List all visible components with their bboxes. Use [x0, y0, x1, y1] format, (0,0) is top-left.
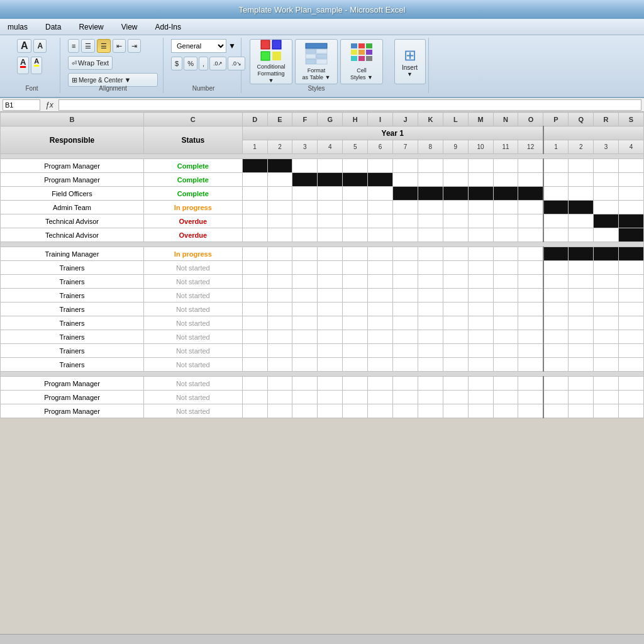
month-cell — [518, 247, 543, 261]
insert-dropdown-icon[interactable]: ▼ — [407, 71, 413, 77]
format-as-table-btn[interactable]: Formatas Table ▼ — [295, 39, 338, 84]
table-row[interactable]: Admin TeamIn progress — [1, 201, 644, 214]
font-color-btn[interactable]: A — [17, 57, 29, 74]
svg-rect-4 — [306, 43, 327, 48]
menu-review[interactable]: Review — [76, 21, 106, 33]
col-f-header[interactable]: F — [292, 113, 318, 126]
font-size-down-btn[interactable]: A — [33, 39, 47, 53]
table-row[interactable]: TrainersNot started — [1, 303, 644, 316]
month-cell — [267, 330, 292, 344]
month-cell — [493, 391, 518, 404]
month-cell — [468, 173, 493, 187]
col-g-header[interactable]: G — [318, 113, 343, 126]
table-row[interactable]: Program ManagerNot started — [1, 391, 644, 404]
col-o-header[interactable]: O — [518, 113, 543, 126]
table-row[interactable]: Program ManagerNot started — [1, 404, 644, 418]
wrap-text-btn[interactable]: ⏎ Wrap Text — [68, 56, 113, 70]
align-center-btn[interactable]: ☰ — [81, 39, 95, 53]
month-cell — [543, 344, 569, 358]
month-cell — [368, 344, 393, 358]
month-cell — [468, 289, 493, 303]
month-12-header: 12 — [518, 140, 543, 154]
percent-btn[interactable]: % — [184, 57, 197, 70]
scrollbar-area[interactable] — [0, 634, 644, 644]
highlight-btn[interactable]: A — [31, 57, 42, 74]
month-cell — [619, 228, 644, 242]
status-cell: Overdue — [143, 214, 242, 228]
col-j-header[interactable]: J — [393, 113, 418, 126]
number-format-dropdown[interactable]: ▼ — [228, 42, 236, 50]
status-cell: Not started — [143, 275, 242, 289]
table-row[interactable]: Training ManagerIn progress — [1, 247, 644, 261]
cell-styles-label: CellStyles ▼ — [350, 67, 373, 81]
table-row[interactable]: Technical AdvisorOverdue — [1, 214, 644, 228]
col-b-header[interactable]: B — [1, 113, 144, 126]
menu-data[interactable]: Data — [43, 21, 64, 33]
indent-decrease-btn[interactable]: ⇤ — [113, 39, 126, 53]
merge-center-label: Merge & Center — [79, 77, 123, 84]
col-l-header[interactable]: L — [443, 113, 468, 126]
col-d-header[interactable]: D — [242, 113, 267, 126]
merge-dropdown-icon[interactable]: ▼ — [125, 76, 131, 84]
currency-btn[interactable]: $ — [171, 57, 182, 70]
formula-input[interactable] — [58, 99, 641, 111]
table-row[interactable]: TrainersNot started — [1, 358, 644, 372]
comma-btn[interactable]: , — [199, 57, 208, 70]
cell-styles-btn[interactable]: CellStyles ▼ — [340, 39, 383, 84]
table-row[interactable]: TrainersNot started — [1, 330, 644, 344]
decimal-increase-btn[interactable]: .0↗ — [209, 57, 227, 70]
table-row[interactable]: TrainersNot started — [1, 344, 644, 358]
number-format-select[interactable]: General — [171, 39, 226, 53]
menu-formulas[interactable]: mulas — [5, 21, 30, 33]
month-cell — [393, 173, 418, 187]
month-cell — [393, 391, 418, 404]
col-i-header[interactable]: I — [368, 113, 393, 126]
col-q-header[interactable]: Q — [569, 113, 594, 126]
svg-rect-2 — [261, 52, 270, 60]
col-e-header[interactable]: E — [267, 113, 292, 126]
col-p-header[interactable]: P — [543, 113, 569, 126]
month-cell — [343, 173, 368, 187]
decimal-decrease-btn[interactable]: .0↘ — [228, 57, 245, 70]
status-cell: Not started — [143, 289, 242, 303]
month-cell — [368, 303, 393, 316]
status-cell: Not started — [143, 344, 242, 358]
indent-increase-btn[interactable]: ⇥ — [128, 39, 141, 53]
table-row[interactable]: TrainersNot started — [1, 289, 644, 303]
month-cell — [343, 377, 368, 391]
col-k-header[interactable]: K — [418, 113, 443, 126]
col-h-header[interactable]: H — [343, 113, 368, 126]
table-row[interactable]: Program ManagerNot started — [1, 377, 644, 391]
responsible-cell: Program Manager — [1, 377, 144, 391]
table-row[interactable]: TrainersNot started — [1, 316, 644, 330]
month-cell — [418, 391, 443, 404]
menu-addins[interactable]: Add-Ins — [153, 21, 184, 33]
table-row[interactable]: Field OfficersComplete — [1, 187, 644, 201]
table-row[interactable]: Technical AdvisorOverdue — [1, 228, 644, 242]
col-m-header[interactable]: M — [468, 113, 493, 126]
month-cell — [493, 159, 518, 173]
col-s-header[interactable]: S — [619, 113, 644, 126]
col-c-header[interactable]: C — [143, 113, 242, 126]
month-cell — [569, 247, 594, 261]
font-size-up-btn[interactable]: A — [17, 39, 32, 53]
status-cell: Not started — [143, 316, 242, 330]
align-left-btn[interactable]: ≡ — [68, 39, 79, 53]
month-cell — [619, 247, 644, 261]
table-row[interactable]: TrainersNot started — [1, 261, 644, 275]
conditional-formatting-btn[interactable]: ConditionalFormatting ▼ — [250, 39, 292, 84]
col-r-header[interactable]: R — [594, 113, 619, 126]
table-body: Program ManagerCompleteProgram ManagerCo… — [1, 154, 644, 418]
fx-button[interactable]: ƒx — [43, 101, 56, 109]
table-row[interactable]: Program ManagerComplete — [1, 159, 644, 173]
month-cell — [267, 261, 292, 275]
table-row[interactable]: TrainersNot started — [1, 275, 644, 289]
name-box[interactable] — [3, 99, 40, 111]
menu-view[interactable]: View — [119, 21, 140, 33]
month-6-header: 6 — [368, 140, 393, 154]
align-right-btn[interactable]: ☰ — [97, 39, 111, 53]
month-cell — [368, 358, 393, 372]
table-row[interactable]: Program ManagerComplete — [1, 173, 644, 187]
col-n-header[interactable]: N — [493, 113, 518, 126]
insert-btn[interactable]: ⊞ Insert ▼ — [394, 39, 426, 84]
